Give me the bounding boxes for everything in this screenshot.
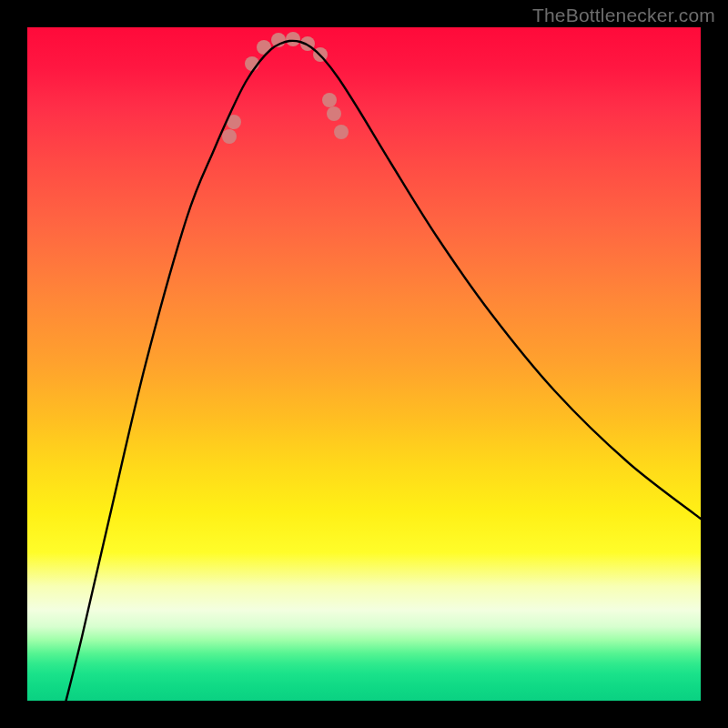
- bottleneck-curve: [64, 41, 701, 701]
- highlight-dots-group: [222, 32, 349, 144]
- plot-area: [27, 27, 701, 701]
- watermark-text: TheBottlenecker.com: [532, 5, 715, 26]
- highlight-dot: [286, 32, 300, 46]
- highlight-dot: [322, 93, 337, 107]
- highlight-dot: [222, 129, 237, 144]
- curve-layer: [27, 27, 701, 701]
- highlight-dot: [334, 125, 349, 139]
- highlight-dot: [327, 106, 341, 121]
- chart-frame: TheBottlenecker.com: [0, 0, 728, 728]
